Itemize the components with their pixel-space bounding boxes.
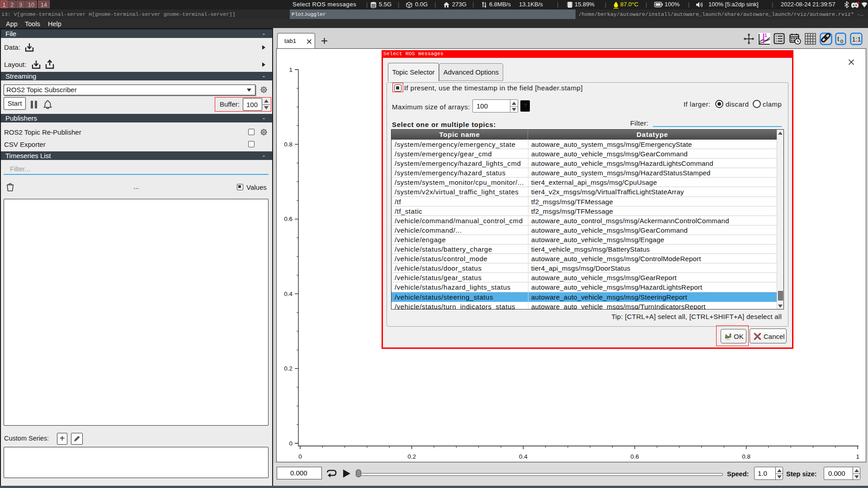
svg-text:1: 1 bbox=[764, 33, 767, 38]
svg-text:0.4: 0.4 bbox=[519, 453, 528, 460]
svg-text:o: o bbox=[840, 38, 844, 44]
svg-text:0: 0 bbox=[298, 453, 302, 460]
svg-text:0.2: 0.2 bbox=[284, 365, 292, 372]
svg-text:1: 1 bbox=[289, 66, 292, 73]
svg-text:1: 1 bbox=[856, 453, 859, 460]
svg-text:0.2: 0.2 bbox=[407, 453, 416, 460]
svg-text:0.6: 0.6 bbox=[284, 216, 292, 222]
svg-text:0.6: 0.6 bbox=[631, 453, 639, 460]
svg-text:0.8: 0.8 bbox=[284, 141, 292, 148]
svg-text:0: 0 bbox=[289, 440, 292, 447]
svg-text:1:1: 1:1 bbox=[852, 36, 861, 43]
svg-text:0.4: 0.4 bbox=[284, 291, 292, 297]
svg-text:0.8: 0.8 bbox=[742, 453, 750, 460]
svg-text:t: t bbox=[837, 34, 840, 43]
